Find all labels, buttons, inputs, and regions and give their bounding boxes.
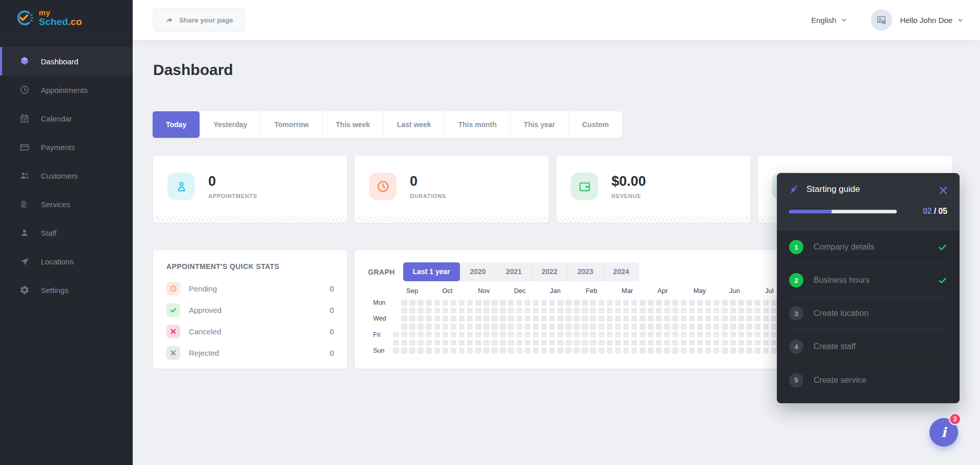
heatmap-cell[interactable] — [599, 332, 605, 338]
heatmap-cell[interactable] — [623, 308, 629, 314]
filter-tab-tomorrow[interactable]: Tomorrow — [260, 111, 322, 138]
heatmap-cell[interactable] — [607, 324, 613, 330]
heatmap-cell[interactable] — [640, 315, 646, 322]
heatmap-cell[interactable] — [615, 332, 621, 338]
heatmap-cell[interactable] — [533, 324, 539, 330]
sidebar-item-dashboard[interactable]: Dashboard — [0, 47, 133, 76]
heatmap-cell[interactable] — [763, 324, 769, 330]
heatmap-cell[interactable] — [500, 300, 506, 306]
user-menu[interactable]: Hello John Doe — [900, 16, 964, 25]
heatmap-cell[interactable] — [763, 332, 769, 338]
heatmap-cell[interactable] — [483, 340, 489, 346]
heatmap-cell[interactable] — [549, 324, 555, 330]
heatmap-cell[interactable] — [714, 332, 720, 338]
heatmap-cell[interactable] — [508, 340, 514, 346]
heatmap-cell[interactable] — [599, 340, 605, 346]
heatmap-cell[interactable] — [492, 315, 498, 322]
avatar[interactable] — [871, 9, 892, 31]
heatmap-cell[interactable] — [722, 308, 728, 314]
heatmap-cell[interactable] — [475, 348, 481, 354]
heatmap-cell[interactable] — [582, 300, 588, 306]
heatmap-cell[interactable] — [648, 300, 654, 306]
heatmap-cell[interactable] — [738, 340, 744, 346]
heatmap-cell[interactable] — [746, 340, 752, 346]
heatmap-cell[interactable] — [681, 300, 687, 306]
sidebar-item-staff[interactable]: Staff — [0, 218, 133, 247]
heatmap-cell[interactable] — [722, 340, 728, 346]
heatmap-cell[interactable] — [607, 332, 613, 338]
graph-tab-2022[interactable]: 2022 — [531, 262, 567, 281]
heatmap-cell[interactable] — [557, 300, 564, 306]
heatmap-cell[interactable] — [459, 308, 465, 314]
heatmap-cell[interactable] — [631, 340, 638, 346]
heatmap-cell[interactable] — [557, 332, 564, 338]
heatmap-cell[interactable] — [517, 315, 523, 322]
sidebar-item-appointments[interactable]: Appointments — [0, 76, 133, 104]
heatmap-cell[interactable] — [664, 340, 670, 346]
heatmap-cell[interactable] — [607, 300, 613, 306]
heatmap-cell[interactable] — [599, 300, 605, 306]
heatmap-cell[interactable] — [738, 332, 744, 338]
heatmap-cell[interactable] — [730, 340, 736, 346]
heatmap-cell[interactable] — [681, 315, 687, 322]
heatmap-cell[interactable] — [418, 324, 424, 330]
heatmap-cell[interactable] — [508, 300, 514, 306]
heatmap-cell[interactable] — [483, 324, 489, 330]
heatmap-cell[interactable] — [525, 300, 531, 306]
heatmap-cell[interactable] — [672, 324, 678, 330]
heatmap-cell[interactable] — [705, 300, 712, 306]
heatmap-cell[interactable] — [746, 332, 752, 338]
heatmap-cell[interactable] — [409, 315, 415, 322]
heatmap-cell[interactable] — [401, 308, 407, 314]
heatmap-cell[interactable] — [730, 332, 736, 338]
heatmap-cell[interactable] — [500, 308, 506, 314]
heatmap-cell[interactable] — [697, 340, 703, 346]
heatmap-cell[interactable] — [681, 324, 687, 330]
heatmap-cell[interactable] — [533, 332, 539, 338]
heatmap-cell[interactable] — [631, 332, 638, 338]
heatmap-cell[interactable] — [483, 315, 489, 322]
heatmap-cell[interactable] — [730, 315, 736, 322]
heatmap-cell[interactable] — [418, 308, 424, 314]
share-page-button[interactable]: Share your page — [153, 8, 245, 32]
heatmap-cell[interactable] — [541, 348, 547, 354]
heatmap-cell[interactable] — [754, 315, 761, 322]
heatmap-cell[interactable] — [722, 332, 728, 338]
heatmap-cell[interactable] — [590, 340, 596, 346]
heatmap-cell[interactable] — [393, 340, 399, 346]
heatmap-cell[interactable] — [525, 324, 531, 330]
heatmap-cell[interactable] — [492, 308, 498, 314]
heatmap-cell[interactable] — [434, 300, 440, 306]
heatmap-cell[interactable] — [517, 324, 523, 330]
heatmap-cell[interactable] — [459, 332, 465, 338]
heatmap-cell[interactable] — [483, 308, 489, 314]
heatmap-cell[interactable] — [746, 324, 752, 330]
heatmap-cell[interactable] — [689, 308, 695, 314]
heatmap-cell[interactable] — [443, 300, 449, 306]
heatmap-cell[interactable] — [746, 348, 752, 354]
heatmap-cell[interactable] — [730, 308, 736, 314]
heatmap-cell[interactable] — [714, 308, 720, 314]
heatmap-cell[interactable] — [631, 324, 638, 330]
heatmap-cell[interactable] — [451, 308, 457, 314]
filter-tab-last-week[interactable]: Last week — [383, 111, 445, 138]
heatmap-cell[interactable] — [566, 315, 572, 322]
heatmap-cell[interactable] — [459, 324, 465, 330]
heatmap-cell[interactable] — [656, 308, 662, 314]
heatmap-cell[interactable] — [541, 315, 547, 322]
heatmap-cell[interactable] — [557, 315, 564, 322]
heatmap-cell[interactable] — [426, 332, 432, 338]
heatmap-cell[interactable] — [451, 348, 457, 354]
heatmap-cell[interactable] — [640, 340, 646, 346]
heatmap-cell[interactable] — [697, 348, 703, 354]
heatmap-cell[interactable] — [434, 340, 440, 346]
heatmap-cell[interactable] — [541, 332, 547, 338]
heatmap-cell[interactable] — [434, 332, 440, 338]
heatmap-cell[interactable] — [722, 315, 728, 322]
heatmap-cell[interactable] — [689, 332, 695, 338]
sidebar-item-locations[interactable]: Locations — [0, 247, 133, 276]
heatmap-cell[interactable] — [738, 348, 744, 354]
heatmap-cell[interactable] — [467, 300, 473, 306]
heatmap-cell[interactable] — [566, 308, 572, 314]
info-fab-button[interactable]: i 3 — [929, 418, 958, 447]
